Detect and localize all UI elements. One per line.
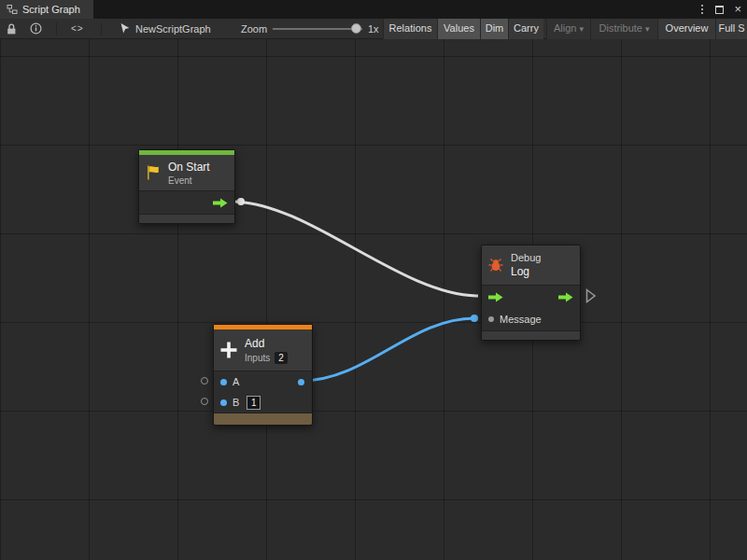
port-a-label: A (233, 376, 239, 387)
node-subtitle: Inputs 2 (245, 352, 288, 364)
node-add[interactable]: Add Inputs 2 A B 1 (213, 324, 313, 426)
node-titles: Add Inputs 2 (245, 337, 288, 364)
bug-icon (487, 257, 504, 273)
maximize-icon[interactable] (715, 6, 724, 14)
values-toggle[interactable]: Values (437, 19, 480, 39)
node-header[interactable]: Debug Log (482, 245, 580, 285)
zoom-slider[interactable] (273, 28, 362, 30)
relations-toggle[interactable]: Relations (383, 19, 437, 39)
wires-layer (0, 39, 747, 560)
control-wire-onstart-to-log[interactable] (233, 202, 478, 296)
flow-input-port[interactable] (488, 292, 503, 302)
node-header[interactable]: On Start Event (139, 155, 234, 190)
chevron-down-icon: ▾ (579, 24, 584, 34)
message-input-port[interactable] (488, 316, 494, 322)
input-count-badge[interactable]: 2 (275, 352, 288, 364)
node-debug-log[interactable]: Debug Log Message (481, 245, 581, 341)
graph-name-label[interactable]: NewScriptGraph (135, 23, 211, 35)
port-b-value-field[interactable]: 1 (247, 396, 261, 410)
node-footer (139, 215, 234, 223)
flow-output-port[interactable] (558, 292, 573, 302)
window-controls: × (699, 0, 741, 19)
wire-endpoint (471, 315, 478, 322)
port-a-row: A (214, 371, 312, 392)
carry-toggle[interactable]: Carry (508, 19, 543, 39)
node-title: Debug (511, 252, 541, 263)
overview-button[interactable]: Overview (657, 19, 715, 39)
zoom-slider-handle[interactable] (351, 23, 361, 34)
node-titles: Debug Log (511, 252, 541, 278)
tab-title: Script Graph (22, 4, 80, 15)
node-ports: A B 1 (214, 371, 312, 413)
flag-icon (145, 164, 162, 181)
input-port-b[interactable] (220, 399, 227, 406)
node-on-start[interactable]: On Start Event (138, 149, 235, 224)
trigger-row (482, 286, 580, 308)
graph-asset-icon (120, 22, 131, 35)
tab-script-graph[interactable]: Script Graph (0, 0, 93, 19)
align-label: Align (554, 22, 576, 34)
node-titles: On Start Event (168, 161, 210, 186)
port-b-row: B 1 (214, 392, 312, 413)
dim-toggle[interactable]: Dim (480, 19, 508, 39)
inputs-label: Inputs (245, 353, 270, 363)
input-port-a[interactable] (220, 379, 227, 385)
zoom-label: Zoom (241, 23, 267, 35)
align-dropdown[interactable]: Align▾ (546, 19, 590, 39)
unconnected-port-hint[interactable] (201, 377, 208, 385)
wire-endpoint (237, 198, 245, 205)
toolbar-separator (101, 22, 102, 35)
titlebar: Script Graph × (0, 0, 747, 19)
plus-icon (219, 341, 238, 359)
node-ports: Message (482, 285, 580, 331)
code-icon[interactable]: <> (71, 23, 84, 34)
node-title: Add (245, 337, 288, 350)
node-footer (482, 331, 580, 340)
node-header[interactable]: Add Inputs 2 (214, 329, 312, 371)
node-subtitle: Event (168, 175, 210, 186)
graph-tab-icon (7, 4, 18, 15)
unconnected-port-hint[interactable] (201, 398, 208, 405)
menu-icon[interactable] (699, 3, 705, 16)
message-port-label: Message (500, 314, 542, 325)
graph-canvas[interactable]: On Start Event (0, 39, 747, 560)
message-input-row: Message (482, 308, 580, 330)
port-b-label: B (233, 397, 239, 408)
graph-toolbar: <> NewScriptGraph Zoom 1x Relations Valu… (0, 19, 747, 39)
node-subtitle: Log (511, 265, 541, 278)
close-icon[interactable]: × (734, 0, 741, 19)
data-wire-add-to-message[interactable] (302, 318, 474, 381)
distribute-label: Distribute (599, 22, 642, 34)
node-title: On Start (168, 161, 210, 174)
node-footer (214, 413, 312, 425)
node-ports (139, 190, 234, 215)
flow-output-port[interactable] (213, 198, 228, 208)
output-port-sum[interactable] (298, 379, 304, 385)
unconnected-flow-hint-icon[interactable] (585, 288, 597, 303)
fullscreen-button[interactable]: Full S (715, 19, 747, 39)
distribute-dropdown[interactable]: Distribute▾ (590, 19, 657, 39)
chevron-down-icon: ▾ (645, 24, 650, 34)
lock-icon[interactable] (6, 22, 18, 35)
toolbar-separator (56, 22, 57, 35)
info-icon[interactable] (30, 22, 42, 35)
zoom-value: 1x (368, 23, 379, 35)
script-graph-window: Script Graph × <> NewScriptGraph Zoom 1x (0, 0, 747, 560)
trigger-output-row (139, 191, 234, 214)
